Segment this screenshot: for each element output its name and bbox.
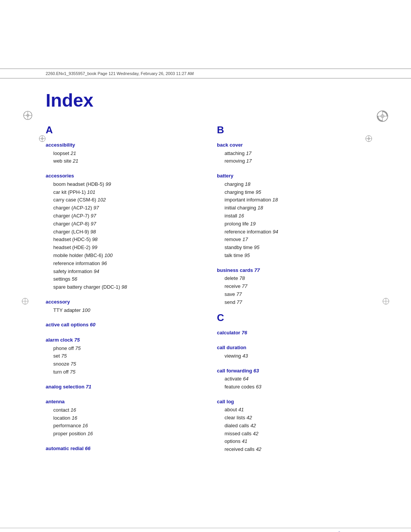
sub-alarm-3: snooze 75 <box>46 360 194 368</box>
file-header: 2260.ENv1_9355957_book Page 121 Wednesda… <box>0 69 411 78</box>
sub-accessory-tty: TTY adapter 100 <box>46 307 194 315</box>
reg-mark-tr2 <box>365 134 373 144</box>
term-automatic-redial: automatic redial 66 <box>46 446 91 451</box>
sub-alarm-4: turn off 75 <box>46 368 194 376</box>
sub-accessories-3: carry case (CSM-6) 102 <box>46 196 194 204</box>
sub-cf-2: feature codes 63 <box>217 383 365 391</box>
sub-cl-2: clear lists 42 <box>217 414 365 422</box>
sub-cl-1: about 41 <box>217 406 365 414</box>
term-call-forwarding: call forwarding 63 <box>217 368 259 374</box>
sub-battery-2: charging time 95 <box>217 189 365 197</box>
sub-cf-1: activate 64 <box>217 375 365 383</box>
sub-battery-1: charging 18 <box>217 181 365 189</box>
entry-alarm-clock: alarm clock 75 phone off 75 set 75 snooz… <box>46 335 194 376</box>
term-antenna: antenna <box>46 399 65 404</box>
sub-accessories-4: charger (ACP-12) 97 <box>46 204 194 212</box>
entry-active-call-options: active call options 60 <box>46 320 194 329</box>
entry-accessories: accessories boom headset (HDB-5) 99 car … <box>46 171 194 291</box>
sub-accessibility-loopset: loopset 21 <box>46 150 194 158</box>
sub-accessories-12: safety information 94 <box>46 268 194 276</box>
sub-antenna-1: contact 16 <box>46 406 194 414</box>
sub-bc-1: delete 78 <box>217 275 365 283</box>
entry-call-log: call log about 41 clear lists 42 dialed … <box>217 396 365 454</box>
entry-accessibility: accessibility loopset 21 web site 21 <box>46 140 194 165</box>
entry-call-forwarding: call forwarding 63 activate 64 feature c… <box>217 366 365 391</box>
sub-accessories-13: settings 56 <box>46 275 194 283</box>
term-accessibility: accessibility <box>46 142 75 148</box>
footer: Nokia 2260 User Guide 121 Copyright © No… <box>0 528 411 532</box>
reg-mark-tl <box>22 110 33 123</box>
sub-accessories-1: boom headset (HDB-5) 99 <box>46 181 194 189</box>
sub-antenna-3: performance 16 <box>46 422 194 430</box>
sub-battery-7: reference information 94 <box>217 228 365 236</box>
sub-accessories-8: headset (HDC-5) 98 <box>46 236 194 244</box>
term-accessories: accessories <box>46 173 74 179</box>
sub-bc-4: send 77 <box>217 299 365 307</box>
entry-battery: battery charging 18 charging time 95 imp… <box>217 171 365 260</box>
sub-accessories-6: charger (ACP-8) 97 <box>46 220 194 228</box>
entry-call-duration: call duration viewing 43 <box>217 342 365 360</box>
entry-automatic-redial: automatic redial 66 <box>46 443 194 453</box>
sub-back-cover-1: attaching 17 <box>217 150 365 158</box>
term-call-duration: call duration <box>217 345 246 350</box>
entry-analog-selection: analog selection 71 <box>46 382 194 391</box>
sub-bc-2: receive 77 <box>217 283 365 291</box>
term-calculator: calculator 76 <box>217 330 247 335</box>
column-left: A accessibility loopset 21 web site 21 a… <box>46 122 194 454</box>
entry-accessory: accessory TTY adapter 100 <box>46 297 194 314</box>
sub-battery-8: remove 17 <box>217 236 365 244</box>
content-area: Index A accessibility loopset 21 web sit… <box>0 90 411 454</box>
sub-battery-5: install 16 <box>217 212 365 220</box>
sub-bc-3: save 77 <box>217 291 365 299</box>
sub-call-duration-1: viewing 43 <box>217 352 365 360</box>
sub-accessories-10: mobile holder (MBC-6) 100 <box>46 252 194 260</box>
reg-mark-ml <box>21 297 29 307</box>
sub-battery-6: prolong life 19 <box>217 220 365 228</box>
sub-antenna-4: proper position 16 <box>46 430 194 438</box>
sub-alarm-2: set 75 <box>46 352 194 360</box>
sub-accessories-2: car kit (PPH-1) 101 <box>46 189 194 197</box>
sub-cl-6: received calls 42 <box>217 446 365 454</box>
sub-antenna-2: location 16 <box>46 414 194 422</box>
sub-cl-3: dialed calls 42 <box>217 422 365 430</box>
entry-back-cover: back cover attaching 17 removing 17 <box>217 140 365 165</box>
sub-battery-9: standby time 95 <box>217 244 365 252</box>
sub-accessories-5: charger (ACP-7) 97 <box>46 212 194 220</box>
term-accessory: accessory <box>46 299 70 305</box>
sub-cl-5: options 41 <box>217 438 365 446</box>
term-back-cover: back cover <box>217 142 243 148</box>
sub-accessories-11: reference information 96 <box>46 260 194 268</box>
term-call-log: call log <box>217 399 234 404</box>
term-business-cards: business cards 77 <box>217 267 260 273</box>
section-b-letter: B <box>217 124 365 136</box>
sub-battery-4: initial charging 18 <box>217 204 365 212</box>
reg-mark-mr <box>382 297 390 307</box>
page: 2260.ENv1_9355957_book Page 121 Wednesda… <box>0 69 411 532</box>
sub-accessories-7: charger (LCH-9) 98 <box>46 228 194 236</box>
term-active-call-options: active call options 60 <box>46 322 96 328</box>
term-analog-selection: analog selection 71 <box>46 384 91 390</box>
reg-mark-tr <box>376 110 389 124</box>
sub-cl-4: missed calls 42 <box>217 430 365 438</box>
page-title: Index <box>46 90 365 111</box>
sub-accessories-14: spare battery charger (DDC-1) 98 <box>46 283 194 291</box>
section-c-letter: C <box>217 312 365 324</box>
sub-back-cover-2: removing 17 <box>217 157 365 165</box>
entry-antenna: antenna contact 16 location 16 performan… <box>46 396 194 438</box>
sub-battery-10: talk time 95 <box>217 252 365 260</box>
section-a-letter: A <box>46 124 194 136</box>
file-header-text: 2260.ENv1_9355957_book Page 121 Wednesda… <box>46 71 194 76</box>
reg-mark-tl2 <box>38 134 46 144</box>
columns-container: A accessibility loopset 21 web site 21 a… <box>46 122 365 454</box>
entry-calculator: calculator 76 <box>217 328 365 337</box>
sub-accessibility-website: web site 21 <box>46 157 194 165</box>
column-right: B back cover attaching 17 removing 17 ba… <box>217 122 365 454</box>
sub-alarm-1: phone off 75 <box>46 345 194 353</box>
term-battery: battery <box>217 173 233 179</box>
term-alarm-clock: alarm clock 75 <box>46 337 80 343</box>
sub-accessories-9: headset (HDE-2) 99 <box>46 244 194 252</box>
entry-business-cards: business cards 77 delete 78 receive 77 s… <box>217 265 365 307</box>
sub-battery-3: important information 18 <box>217 196 365 204</box>
